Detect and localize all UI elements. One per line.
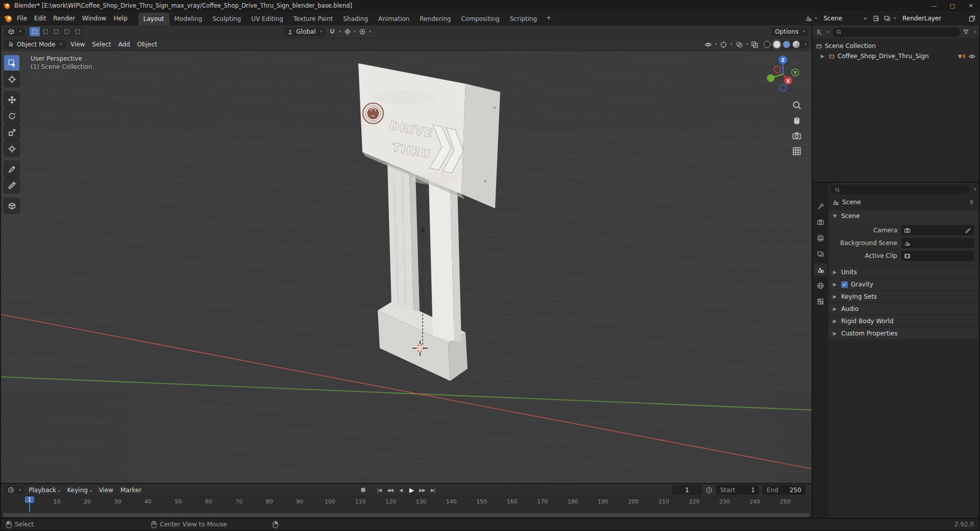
eye-icon[interactable] [968, 53, 976, 60]
play-button[interactable]: ▶ [407, 486, 416, 495]
menu-file[interactable]: File [13, 13, 31, 23]
end-frame-field[interactable]: End 250 [763, 485, 805, 495]
outliner-root-row[interactable]: Scene Collection [813, 41, 979, 51]
panel-gravity[interactable]: ▶✓Gravity [829, 279, 978, 290]
sign-model[interactable]: DRIVE THRU [358, 63, 500, 381]
filter-funnel-icon[interactable] [963, 29, 969, 35]
gizmo-y-neg-axis[interactable] [767, 75, 775, 82]
viewport-menu-view[interactable]: View [67, 40, 88, 49]
tool-cursor[interactable] [4, 71, 19, 87]
transform-orientation-dropdown[interactable]: Global ▾ [283, 27, 326, 36]
workspace-tab-scripting[interactable]: Scripting [505, 13, 542, 26]
transport-button[interactable]: ◀ [396, 486, 405, 495]
shading-material-button[interactable] [783, 41, 790, 48]
outliner-item-row[interactable]: ▶ Coffee_Shop_Drive_Thru_Sign ▼6 [813, 51, 979, 61]
workspace-tab-shading[interactable]: Shading [338, 13, 373, 26]
navigation-gizmo[interactable]: Z Y X [762, 53, 804, 95]
mode-dropdown[interactable]: Object Mode ▾ [4, 40, 65, 49]
zoom-icon[interactable] [792, 100, 802, 110]
unlink-scene-icon[interactable]: ✕ [863, 16, 867, 21]
menu-render[interactable]: Render [50, 13, 79, 23]
shading-rendered-button[interactable] [793, 41, 800, 48]
scene-name-field[interactable]: Scene ✕ [820, 13, 871, 23]
proportional-edit-dropdown[interactable]: ▾ [359, 28, 371, 35]
field-active-clip[interactable] [901, 251, 974, 261]
checkbox-gravity[interactable]: ✓ [841, 281, 848, 288]
properties-tab-tool[interactable] [814, 200, 827, 212]
transport-button[interactable]: ▶▶ [418, 486, 427, 495]
transport-button[interactable]: ▶| [428, 486, 437, 495]
gizmo-x-neg-axis[interactable] [774, 66, 781, 73]
panel-audio[interactable]: ▶Audio [829, 303, 978, 315]
properties-tab-scene[interactable] [814, 263, 827, 276]
snap-target-dropdown[interactable]: ▾ [344, 28, 356, 35]
timeline-menu-view[interactable]: View [95, 486, 116, 495]
workspace-tab-modeling[interactable]: Modeling [169, 13, 208, 26]
transport-button[interactable]: |◀ [375, 486, 384, 495]
timeline-menu-keying[interactable]: Keying▾ [64, 486, 95, 495]
blender-menu-icon[interactable] [4, 14, 13, 23]
current-frame-field[interactable]: 1 [672, 485, 702, 495]
expand-arrow-icon[interactable]: ▶ [821, 54, 826, 59]
menu-edit[interactable]: Edit [31, 13, 50, 23]
tool-move[interactable] [4, 92, 19, 107]
transport-button[interactable]: ◀◀ [385, 486, 395, 495]
outliner-editor-type-dropdown[interactable]: ▾ [816, 28, 830, 37]
tool-transform[interactable] [4, 141, 19, 156]
workspace-tab-animation[interactable]: Animation [373, 13, 414, 26]
viewport-menu-select[interactable]: Select [89, 40, 115, 49]
gizmos-dropdown[interactable]: ▾ [720, 41, 732, 49]
timeline-menu-playback[interactable]: Playback▾ [26, 486, 64, 495]
minimize-button[interactable]: — [925, 0, 943, 11]
view-layer-field[interactable]: RenderLayer [899, 13, 966, 23]
workspace-tab-layout[interactable]: Layout [138, 13, 169, 26]
field-background-scene[interactable] [901, 238, 974, 248]
overlays-dropdown[interactable]: ▾ [736, 41, 748, 49]
menu-help[interactable]: Help [110, 13, 131, 23]
panel-custom-properties[interactable]: ▶Custom Properties [829, 328, 978, 339]
select-mode-extend[interactable] [40, 27, 51, 36]
view-layer-selector-icon[interactable]: ▾ [883, 14, 897, 23]
timeline-menu-marker[interactable]: Marker [117, 486, 145, 495]
outliner-search-field[interactable] [832, 28, 961, 37]
object-visibility-dropdown[interactable]: ▾ [704, 41, 717, 49]
playhead-marker[interactable]: 1 [25, 496, 34, 503]
tool-select-box[interactable] [4, 55, 19, 70]
shading-wireframe-button[interactable] [764, 41, 771, 48]
select-mode-subtract[interactable] [51, 27, 61, 36]
auto-key-record-button[interactable] [358, 486, 368, 495]
add-workspace-button[interactable]: + [542, 13, 555, 24]
snap-toggle[interactable]: ▾ [329, 28, 341, 35]
tool-add-cube[interactable] [4, 198, 19, 213]
maximize-button[interactable]: □ [943, 0, 962, 11]
gizmo-z-neg-axis[interactable] [780, 85, 787, 91]
tool-annotate[interactable] [4, 161, 19, 177]
workspace-tab-rendering[interactable]: Rendering [414, 13, 456, 26]
workspace-tab-uv-editing[interactable]: UV Editing [246, 13, 288, 26]
camera-view-icon[interactable] [792, 131, 802, 141]
workspace-tab-sculpting[interactable]: Sculpting [207, 13, 246, 26]
properties-tab-output[interactable] [814, 232, 827, 244]
new-scene-icon[interactable] [873, 15, 880, 22]
scene-panel-header[interactable]: ▼ Scene [829, 210, 978, 222]
properties-tab-render[interactable] [814, 216, 827, 228]
close-button[interactable]: ✕ [962, 0, 980, 11]
xray-toggle[interactable] [751, 41, 758, 49]
timeline-ruler[interactable]: 1020304050607080901001101201301401501601… [1, 496, 812, 518]
tool-scale[interactable] [4, 125, 19, 140]
pin-icon[interactable] [968, 199, 975, 206]
toggle-ortho-icon[interactable] [792, 146, 802, 156]
select-mode-intersect[interactable] [72, 27, 83, 36]
properties-search-field[interactable] [831, 185, 969, 194]
field-camera[interactable] [901, 225, 974, 235]
tool-measure[interactable] [4, 178, 19, 193]
timeline-editor-type-dropdown[interactable]: ▾ [4, 486, 24, 494]
panel-rigid-body-world[interactable]: ▶Rigid Body World [829, 316, 978, 327]
properties-tab-view-layer[interactable] [814, 248, 827, 260]
tool-rotate[interactable] [4, 108, 19, 124]
viewport-canvas[interactable]: DRIVE THRU [1, 51, 812, 483]
properties-tab-texture[interactable] [814, 295, 827, 307]
viewport-menu-object[interactable]: Object [134, 40, 161, 49]
select-mode-set[interactable] [30, 27, 40, 36]
scene-selector-icon[interactable]: ▾ [804, 14, 818, 23]
